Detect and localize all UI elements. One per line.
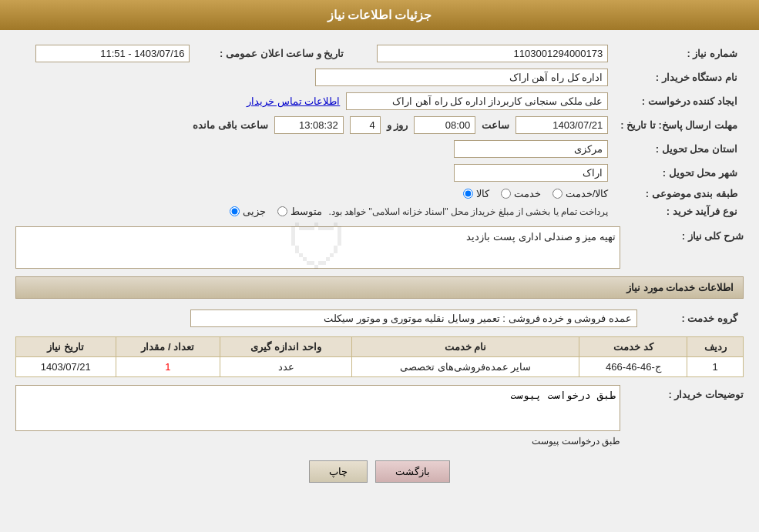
col-date: تاریخ نیاز: [16, 337, 116, 357]
table-row: استان محل تحویل : مرکزی: [15, 137, 744, 161]
purchase-type-label: نوع فرآیند خرید :: [614, 202, 744, 220]
col-code: کد خدمت: [579, 337, 687, 357]
requester-contact-link[interactable]: اطلاعات تماس خریدار: [247, 95, 340, 107]
back-button[interactable]: بازگشت: [375, 460, 450, 483]
radio-khedmat[interactable]: [501, 189, 511, 199]
radio-item-kala[interactable]: کالا: [463, 188, 489, 199]
table-row: نوع فرآیند خرید : پرداخت تمام یا بخشی از…: [15, 202, 744, 220]
radio-kala[interactable]: [463, 189, 473, 199]
table-row: طبقه بندی موضوعی : کالا/خدمت خدمت کالا: [15, 185, 744, 202]
table-row: شهر محل تحویل : اراک: [15, 161, 744, 185]
cell-date: 1403/07/21: [16, 357, 116, 377]
table-row: 1 ج-46-46-466 سایر عمده‌فروشی‌های تخصصی …: [16, 357, 744, 377]
print-button[interactable]: چاپ: [309, 460, 368, 483]
service-group-input: عمده فروشی و خرده فروشی : تعمیر وسایل نق…: [190, 309, 637, 327]
service-group-table: گروه خدمت : عمده فروشی و خرده فروشی : تع…: [15, 306, 744, 330]
page-wrapper: جزئیات اطلاعات نیاز شماره نیاز : 1103001…: [0, 0, 759, 532]
category-radio-group: کالا/خدمت خدمت کالا: [22, 188, 608, 199]
deadline-remaining-label: ساعت باقی مانده: [193, 119, 267, 131]
col-row: ردیف: [687, 337, 744, 357]
province-label: استان محل تحویل :: [614, 137, 744, 161]
radio-medium[interactable]: [277, 206, 287, 216]
buyer-org-label: نام دستگاه خریدار :: [614, 65, 744, 89]
col-unit: واحد اندازه گیری: [220, 337, 352, 357]
province-input: مرکزی: [454, 140, 608, 158]
button-bar: بازگشت چاپ: [15, 460, 744, 483]
need-desc-label: شرح کلی نیاز :: [628, 226, 744, 242]
need-desc-section: شرح کلی نیاز : 🛡 تهیه میز و صندلی اداری …: [15, 226, 744, 269]
need-desc-input: تهیه میز و صندلی اداری پست بازدید: [15, 226, 620, 269]
page-title: جزئیات اطلاعات نیاز: [327, 8, 432, 22]
need-number-input: 1103001294000173: [377, 45, 608, 62]
radio-kala-khedmat[interactable]: [552, 189, 563, 199]
buyer-desc-label: توضیحات خریدار :: [628, 385, 744, 400]
services-table: ردیف کد خدمت نام خدمت واحد اندازه گیری ت…: [15, 336, 744, 377]
buyer-org-input: اداره کل راه آهن اراک: [315, 69, 608, 86]
deadline-days-input: 4: [350, 116, 381, 134]
deadline-date-input: 1403/07/21: [516, 116, 608, 134]
radio-item-partial[interactable]: جزیی: [230, 206, 266, 217]
buyer-desc-textarea[interactable]: [15, 385, 620, 431]
services-section-header: اطلاعات خدمات مورد نیاز: [15, 276, 744, 299]
announcement-label: تاریخ و ساعت اعلان عمومی :: [196, 42, 350, 65]
city-label: شهر محل تحویل :: [614, 161, 744, 185]
service-group-label: گروه خدمت :: [643, 306, 744, 330]
col-qty: تعداد / مقدار: [116, 337, 220, 357]
cell-row: 1: [687, 357, 744, 377]
announcement-input: 1403/07/16 - 11:51: [35, 45, 190, 62]
col-name: نام خدمت: [351, 337, 579, 357]
cell-qty: 1: [116, 357, 220, 377]
table-row: ردیف کد خدمت نام خدمت واحد اندازه گیری ت…: [16, 337, 744, 357]
radio-item-medium[interactable]: متوسط: [277, 206, 322, 217]
page-header: جزئیات اطلاعات نیاز: [0, 0, 759, 30]
buyer-desc-section: توضیحات خریدار : طبق درخواست پیوست: [15, 385, 744, 449]
need-number-label: شماره نیاز :: [614, 42, 744, 65]
buyer-desc-text: طبق درخواست پیوست: [15, 433, 620, 449]
table-row: شماره نیاز : 1103001294000173 تاریخ و سا…: [15, 42, 744, 65]
info-table: شماره نیاز : 1103001294000173 تاریخ و سا…: [15, 42, 744, 220]
table-row: مهلت ارسال پاسخ: تا تاریخ : 1403/07/21 س…: [15, 113, 744, 137]
category-label: طبقه بندی موضوعی :: [614, 185, 744, 202]
announcement-value: 1403/07/16 - 11:51: [15, 42, 196, 65]
table-row: نام دستگاه خریدار : اداره کل راه آهن ارا…: [15, 65, 744, 89]
need-desc-area: 🛡 تهیه میز و صندلی اداری پست بازدید: [15, 226, 620, 269]
purchase-type-radio-group: متوسط جزیی: [230, 206, 322, 217]
cell-unit: عدد: [220, 357, 352, 377]
radio-item-kala-khedmat[interactable]: کالا/خدمت: [552, 188, 609, 199]
deadline-time-input: 08:00: [414, 116, 475, 134]
deadline-days-label: روز و: [387, 119, 408, 131]
table-row: ایجاد کننده درخواست : علی ملکی سنجانی کا…: [15, 89, 744, 113]
radio-item-khedmat[interactable]: خدمت: [501, 188, 541, 199]
services-table-body: 1 ج-46-46-466 سایر عمده‌فروشی‌های تخصصی …: [16, 357, 744, 377]
services-table-header: ردیف کد خدمت نام خدمت واحد اندازه گیری ت…: [16, 337, 744, 357]
cell-name: سایر عمده‌فروشی‌های تخصصی: [351, 357, 579, 377]
table-row: گروه خدمت : عمده فروشی و خرده فروشی : تع…: [15, 306, 744, 330]
requester-input: علی ملکی سنجانی کاربرداز اداره کل راه آه…: [346, 92, 608, 110]
purchase-type-note: پرداخت تمام یا بخشی از مبلغ خریداز محل "…: [328, 206, 608, 217]
city-input: اراک: [454, 164, 608, 182]
deadline-time-label: ساعت: [482, 119, 509, 131]
requester-label: ایجاد کننده درخواست :: [614, 89, 744, 113]
cell-code: ج-46-46-466: [579, 357, 687, 377]
deadline-remaining-input: 13:08:32: [274, 116, 344, 134]
radio-partial[interactable]: [230, 206, 240, 216]
need-number-value: 1103001294000173: [350, 42, 614, 65]
main-content: شماره نیاز : 1103001294000173 تاریخ و سا…: [0, 30, 759, 494]
deadline-label: مهلت ارسال پاسخ: تا تاریخ :: [614, 113, 744, 137]
